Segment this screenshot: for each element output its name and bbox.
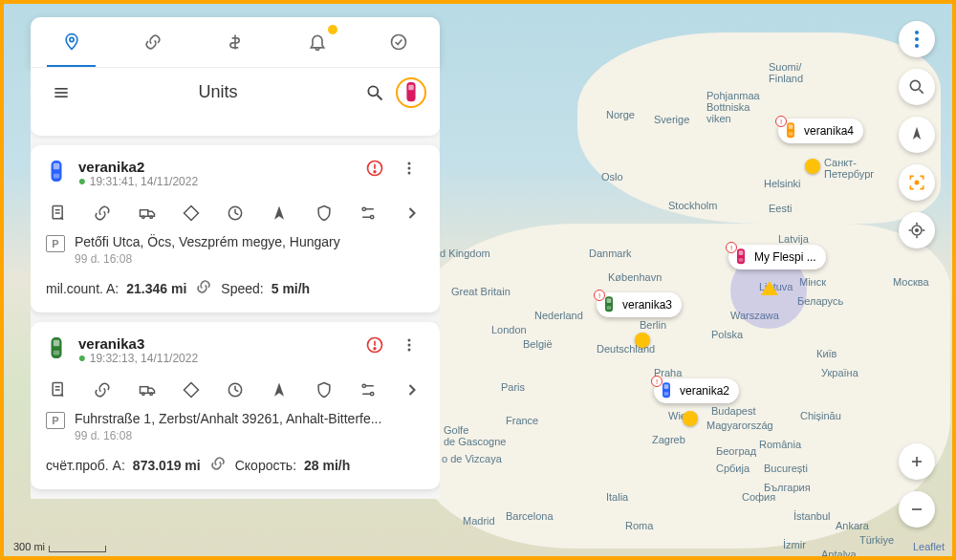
fuel-icon[interactable]: [225, 379, 246, 400]
tab-billing[interactable]: [194, 17, 276, 67]
unit-duration: 99 d. 16:08: [75, 252, 340, 266]
map-north-button[interactable]: [899, 117, 935, 153]
truck-icon[interactable]: [137, 203, 158, 224]
settings-icon[interactable]: [358, 203, 379, 224]
svg-rect-10: [664, 384, 669, 389]
alert-badge-icon: !: [726, 242, 737, 253]
svg-rect-60: [53, 383, 62, 396]
svg-rect-32: [408, 84, 414, 90]
tab-bar: [31, 17, 440, 67]
alert-icon[interactable]: [365, 159, 384, 182]
svg-rect-52: [54, 340, 59, 346]
scale-label: 300 mi: [13, 541, 45, 552]
map-place-label: Türkiye: [859, 534, 894, 546]
navigate-icon[interactable]: [269, 203, 290, 224]
action-row: [46, 203, 424, 224]
svg-point-68: [370, 393, 373, 396]
report-icon[interactable]: [48, 379, 69, 400]
parking-icon: P: [46, 235, 65, 252]
navigate-icon[interactable]: [269, 379, 290, 400]
unit-address: Petőfi Utca, Öcs, Veszprém megye, Hungar…: [75, 233, 340, 250]
map-unit-marker[interactable]: ! My Flespi ...: [728, 245, 826, 269]
map-menu-button[interactable]: [899, 21, 935, 57]
shield-icon[interactable]: [314, 379, 335, 400]
expand-icon[interactable]: [402, 203, 423, 224]
tab-notifications[interactable]: [276, 17, 358, 67]
marker-label: veranika4: [804, 124, 854, 138]
route-icon[interactable]: [181, 379, 202, 400]
stats-row: mil.count. A: 21.346 mi Speed: 5 mi/h: [46, 277, 424, 299]
svg-rect-11: [664, 392, 669, 395]
link-icon[interactable]: [92, 379, 113, 400]
fuel-icon[interactable]: [225, 203, 246, 224]
tab-tracking[interactable]: [31, 17, 113, 67]
svg-rect-1: [789, 124, 793, 129]
svg-point-57: [408, 339, 411, 342]
svg-point-59: [408, 349, 411, 352]
parking-icon: P: [46, 412, 65, 429]
stat-label: Speed:: [221, 281, 263, 296]
svg-rect-63: [140, 387, 147, 394]
alert-icon[interactable]: [365, 335, 384, 358]
search-button[interactable]: [358, 75, 392, 110]
svg-point-67: [362, 384, 365, 387]
svg-point-12: [910, 80, 920, 90]
stat-label: mil.count. A:: [46, 281, 119, 296]
map-unit-marker[interactable]: ! veranika2: [654, 378, 739, 403]
map-locate-button[interactable]: [899, 212, 935, 248]
svg-rect-53: [54, 351, 59, 355]
report-icon[interactable]: [48, 203, 69, 224]
map-controls-top: [899, 21, 935, 248]
stat-label: счёт.проб. A:: [46, 458, 125, 473]
route-icon[interactable]: [181, 203, 202, 224]
svg-point-39: [408, 162, 411, 165]
svg-line-30: [378, 95, 382, 99]
map-controls-bottom: [899, 443, 935, 528]
unit-timestamp: 19:32:13, 14/11/2022: [78, 352, 356, 365]
truck-icon[interactable]: [137, 379, 158, 400]
panel-header: Units: [31, 67, 440, 117]
point-marker: [635, 333, 650, 348]
unit-list[interactable]: veranika2 19:31:41, 14/11/2022 P Petőfi …: [31, 117, 440, 499]
svg-point-24: [70, 37, 74, 41]
svg-point-29: [368, 86, 378, 96]
panel-title: Units: [78, 82, 358, 102]
shield-icon[interactable]: [314, 203, 335, 224]
profile-avatar[interactable]: [396, 77, 426, 108]
marker-label: My Flespi ...: [754, 250, 816, 264]
svg-point-47: [149, 216, 152, 219]
tab-links[interactable]: [113, 17, 195, 67]
sidebar: Units veranika2 19:31:41, 14/11/2022 P P…: [31, 17, 440, 499]
zoom-out-button[interactable]: [899, 491, 935, 528]
settings-icon[interactable]: [358, 379, 379, 400]
unit-card[interactable]: veranika2 19:31:41, 14/11/2022 P Petőfi …: [31, 145, 440, 312]
unit-card[interactable]: veranika3 19:32:13, 14/11/2022 P Fuhrstr…: [31, 322, 440, 489]
svg-point-16: [916, 229, 919, 232]
svg-point-50: [370, 216, 373, 219]
svg-point-46: [141, 216, 144, 219]
link-icon: [194, 277, 213, 299]
svg-point-64: [141, 393, 144, 396]
link-icon: [208, 454, 228, 476]
svg-rect-8: [607, 306, 612, 309]
stat-label: Скорость:: [235, 458, 296, 473]
link-icon[interactable]: [92, 203, 113, 224]
tab-status[interactable]: [358, 17, 440, 67]
svg-point-38: [374, 171, 376, 173]
zoom-in-button[interactable]: [899, 443, 935, 480]
menu-button[interactable]: [44, 75, 78, 110]
point-marker: [805, 159, 820, 174]
expand-icon[interactable]: [402, 379, 423, 400]
svg-rect-42: [53, 206, 62, 219]
map-search-button[interactable]: [899, 69, 935, 105]
svg-rect-4: [739, 250, 744, 255]
map-unit-marker[interactable]: ! veranika4: [778, 118, 863, 143]
map-fit-button[interactable]: [899, 164, 935, 201]
more-button[interactable]: [394, 159, 424, 182]
map-unit-marker[interactable]: ! veranika3: [597, 292, 682, 317]
alert-badge-icon: !: [594, 290, 605, 301]
stat-value: 5 mi/h: [272, 281, 310, 296]
more-button[interactable]: [394, 335, 424, 358]
notification-dot-icon: [328, 25, 337, 34]
svg-rect-2: [789, 132, 793, 135]
